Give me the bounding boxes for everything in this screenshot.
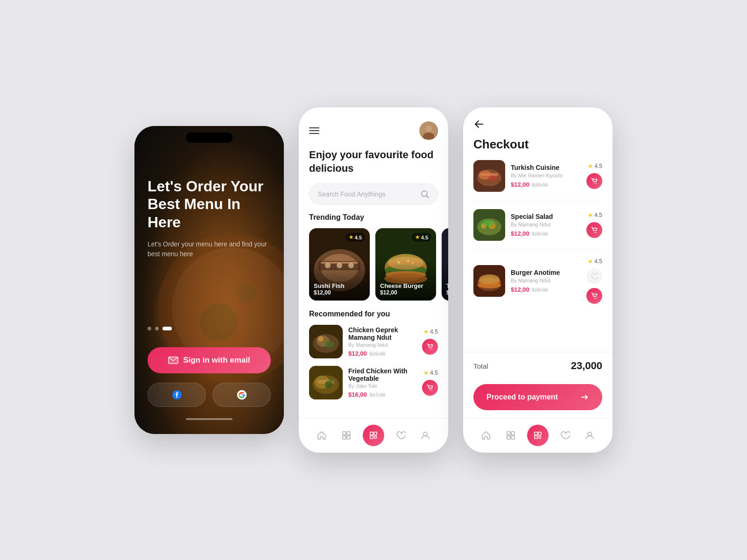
svg-point-62 (594, 183, 595, 184)
nav-user-2[interactable] (417, 427, 434, 444)
rec-name-2: Fried Chicken With Vegetable (348, 367, 416, 382)
star-rec-2: ★ (423, 370, 429, 376)
checkout-price-new-1: $12,00 (511, 181, 529, 188)
cart-checkout-icon-2 (591, 226, 598, 234)
rec-price-new-1: $12,00 (348, 350, 367, 357)
facebook-icon (172, 390, 182, 400)
nav-home-2[interactable] (313, 427, 330, 444)
google-button[interactable] (212, 383, 271, 407)
add-to-cart-1[interactable] (422, 339, 438, 355)
rec-item-2: Fried Chicken With Vegetable By Joko Tol… (309, 366, 438, 399)
recommended-list: Chicken Geprek Mamang Ndut By Mamang Ndu… (299, 325, 448, 418)
svg-point-46 (430, 390, 430, 391)
rec-rating-2: ★ 4.5 (423, 370, 438, 376)
nav-grid-2[interactable] (338, 427, 355, 444)
burger-anotime-image (473, 265, 505, 297)
rec-rating-1: ★ 4.5 (423, 329, 438, 335)
trending-price-1: $12,00 (314, 289, 365, 296)
trending-scroll: ★ 4.5 Sushi Fish $12,00 (299, 228, 448, 301)
heart-checkout-icon-3 (591, 273, 598, 280)
rating-value-2: 4.5 (421, 235, 428, 240)
checkout-img-2 (473, 209, 505, 241)
cart-icon-2 (426, 384, 434, 392)
dot-2 (155, 327, 159, 330)
hamburger-menu[interactable] (309, 127, 319, 134)
dot-1 (148, 327, 151, 330)
search-placeholder: Search Food Anythings (318, 190, 416, 198)
svg-rect-84 (538, 432, 541, 435)
nav-scan-2-active[interactable] (363, 425, 384, 446)
social-buttons (148, 383, 271, 407)
bottom-nav-2 (299, 418, 448, 453)
checkout-cart-btn-2[interactable] (586, 222, 602, 238)
phone-login: Let's Order Your Best Menu In Here Let's… (134, 126, 284, 434)
checkout-price-new-3: $12,00 (511, 286, 529, 293)
add-to-cart-2[interactable] (422, 380, 438, 396)
svg-rect-61 (480, 173, 498, 176)
checkout-rating-1: ★ 4.5 (588, 163, 602, 169)
phones-container: Let's Order Your Best Menu In Here Let's… (134, 107, 613, 453)
svg-point-76 (479, 274, 500, 284)
dot-3-active (162, 327, 172, 330)
checkout-item-3: Burger Anotime By Mamang Ndut $12,00 $20… (473, 258, 602, 312)
svg-rect-49 (347, 432, 350, 435)
rec-vendor-1: By Mamang Ndut (348, 342, 416, 348)
svg-rect-82 (511, 436, 514, 439)
nav-heart-3[interactable] (557, 427, 573, 444)
search-bar[interactable]: Search Food Anythings (309, 183, 438, 205)
nav-heart-2[interactable] (392, 427, 409, 444)
checkout-cart-btn-3[interactable] (586, 288, 602, 304)
nav-grid-3[interactable] (502, 427, 519, 444)
checkout-price-old-3: $20,00 (532, 287, 548, 293)
checkout-prices-1: $12,00 $20,00 (511, 181, 581, 188)
svg-point-86 (538, 436, 541, 439)
food-list-content: Enjoy your favourite food delicious Sear… (299, 107, 448, 453)
star-icon-2: ★ (415, 234, 420, 240)
user-icon-2 (420, 430, 430, 441)
checkout-heart-btn-3[interactable] (586, 268, 602, 284)
checkout-price-old-2: $20,00 (532, 231, 548, 237)
trending-card-2[interactable]: ★ 4.5 Cheese Burger $12,00 (375, 228, 436, 301)
rec-name-1: Chicken Geprek Mamang Ndut (348, 326, 416, 341)
trending-price-2: $12,00 (380, 289, 431, 296)
facebook-button[interactable] (148, 383, 206, 407)
trending-card-3[interactable]: ★ 4.5 Tom... $12... (442, 228, 448, 301)
hamburger-line-1 (309, 127, 319, 128)
food-list-header (299, 117, 448, 147)
google-icon (237, 390, 247, 400)
user-icon-3 (585, 430, 595, 441)
checkout-cart-btn-1[interactable] (586, 173, 602, 189)
cart-checkout-icon-1 (591, 177, 598, 185)
cart-icon-1 (426, 343, 434, 350)
home-indicator (186, 418, 233, 420)
back-button[interactable] (463, 119, 613, 137)
svg-line-12 (427, 196, 429, 198)
checkout-img-1 (473, 160, 505, 192)
nav-scan-3-active[interactable] (527, 425, 549, 446)
svg-point-45 (329, 378, 334, 383)
signin-email-button[interactable]: Sign in with email (148, 347, 271, 373)
fried-chicken-image (309, 366, 343, 399)
welcome-subtitle: Let's Order your menu here and find your… (148, 239, 271, 259)
total-row: Total 23,000 (463, 352, 613, 379)
checkout-price-old-1: $20,00 (532, 182, 548, 188)
nav-home-3[interactable] (478, 427, 494, 444)
rec-right-2: ★ 4.5 (422, 370, 438, 396)
star-checkout-2: ★ (588, 212, 593, 218)
proceed-to-payment-button[interactable]: Proceed to payment (473, 384, 602, 410)
checkout-price-new-2: $12,00 (511, 230, 529, 237)
svg-rect-50 (343, 436, 346, 439)
scan-icon-3 (533, 430, 543, 441)
checkout-rating-val-1: 4.5 (594, 163, 602, 169)
svg-point-56 (423, 432, 427, 436)
nav-user-3[interactable] (581, 427, 598, 444)
trending-card-1[interactable]: ★ 4.5 Sushi Fish $12,00 (309, 228, 370, 301)
rec-info-1: Chicken Geprek Mamang Ndut By Mamang Ndu… (348, 326, 416, 357)
pagination-dots (148, 327, 271, 330)
user-avatar[interactable] (419, 121, 438, 140)
svg-point-71 (596, 232, 597, 233)
avatar-image (420, 122, 437, 139)
svg-point-36 (325, 341, 334, 348)
checkout-right-1: ★ 4.5 (586, 163, 602, 189)
notch (186, 133, 233, 143)
